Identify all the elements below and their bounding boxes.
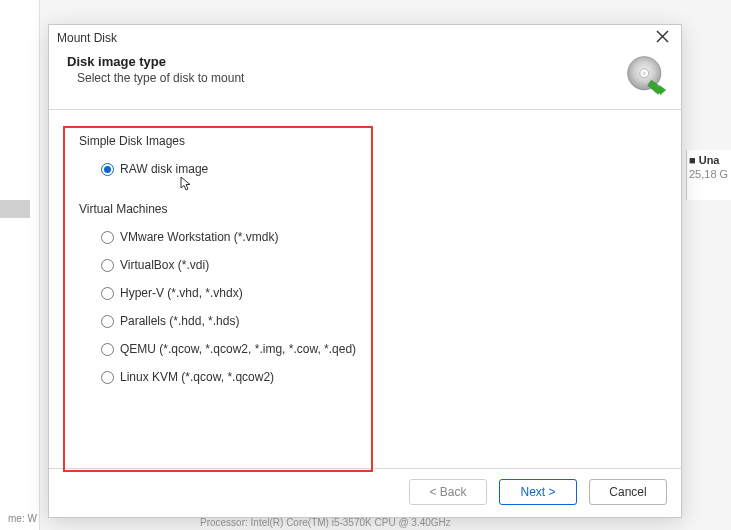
- group-vm-label: Virtual Machines: [79, 202, 651, 216]
- close-button[interactable]: [652, 29, 673, 46]
- radio-qemu[interactable]: QEMU (*.qcow, *.qcow2, *.img, *.cow, *.q…: [101, 342, 651, 356]
- radio-linux-kvm[interactable]: Linux KVM (*.qcow, *.qcow2): [101, 370, 651, 384]
- radio-icon: [101, 287, 114, 300]
- header-title: Disk image type: [67, 54, 244, 69]
- radio-icon: [101, 315, 114, 328]
- group-simple-label: Simple Disk Images: [79, 134, 651, 148]
- radio-label: VirtualBox (*.vdi): [120, 258, 209, 272]
- radio-label: Linux KVM (*.qcow, *.qcow2): [120, 370, 274, 384]
- next-button[interactable]: Next >: [499, 479, 577, 505]
- svg-point-4: [643, 72, 647, 76]
- radio-label: Hyper-V (*.vhd, *.vhdx): [120, 286, 243, 300]
- back-button: < Back: [409, 479, 487, 505]
- dialog-footer: < Back Next > Cancel: [49, 468, 681, 517]
- radio-icon: [101, 371, 114, 384]
- radio-vmware[interactable]: VMware Workstation (*.vmdk): [101, 230, 651, 244]
- dialog-header: Disk image type Select the type of disk …: [49, 48, 681, 110]
- bg-name-label: me: W: [8, 513, 37, 524]
- radio-raw-disk-image[interactable]: RAW disk image: [101, 162, 651, 176]
- radio-icon: [101, 231, 114, 244]
- radio-icon: [101, 343, 114, 356]
- radio-hyperv[interactable]: Hyper-V (*.vhd, *.vhdx): [101, 286, 651, 300]
- radio-virtualbox[interactable]: VirtualBox (*.vdi): [101, 258, 651, 272]
- radio-icon: [101, 163, 114, 176]
- bg-partition-info: ■ Una 25,18 G: [686, 150, 731, 200]
- cursor-icon: [179, 176, 193, 195]
- radio-parallels[interactable]: Parallels (*.hdd, *.hds): [101, 314, 651, 328]
- radio-label: QEMU (*.qcow, *.qcow2, *.img, *.cow, *.q…: [120, 342, 356, 356]
- disc-icon: [625, 54, 667, 99]
- header-subtitle: Select the type of disk to mount: [77, 71, 244, 85]
- radio-label: Parallels (*.hdd, *.hds): [120, 314, 239, 328]
- mount-disk-dialog: Mount Disk Disk image type Select the ty…: [48, 24, 682, 518]
- dialog-title: Mount Disk: [57, 31, 117, 45]
- close-icon: [656, 30, 669, 43]
- radio-label: VMware Workstation (*.vmdk): [120, 230, 278, 244]
- radio-label: RAW disk image: [120, 162, 208, 176]
- radio-icon: [101, 259, 114, 272]
- cancel-button[interactable]: Cancel: [589, 479, 667, 505]
- bg-processor-label: Processor: Intel(R) Core(TM) i5-3570K CP…: [200, 517, 451, 528]
